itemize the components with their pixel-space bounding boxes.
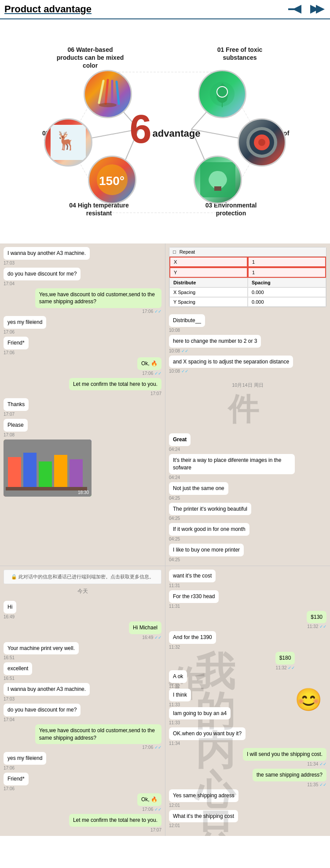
circle-high-temp: 150° (88, 156, 136, 204)
msg-shipping-cost: I will send you the shipping cost. 11:34… (243, 748, 326, 766)
arrow-right-icon (308, 3, 326, 16)
msg-r330: For the r330 head 11:31 (169, 590, 219, 609)
label-01: 01 Free of toxic substances (205, 46, 275, 62)
chat-row-2: 🔒 此对话中的信息和通话已进行端到端加密。点击获取更多信息。 今天 Hi 16:… (0, 566, 330, 836)
date-section: 10月14日 周日 件 (169, 379, 326, 428)
msg-not-same: Not just the same one 04:25 (169, 482, 228, 501)
page-title: Product advantage (4, 4, 92, 15)
msg-hi-michael: Hi Michael 16:49 ✓✓ (129, 621, 161, 640)
msg-buy-a4: Iam going to buy an a4 11:33 (169, 707, 295, 726)
svg-rect-31 (23, 453, 37, 488)
svg-rect-33 (54, 455, 67, 488)
msg-cost: want it's the cost 11:31 (169, 570, 216, 588)
circle-toxic-free (198, 70, 246, 118)
msg-9: Please 17:08 (4, 419, 28, 437)
msg-excellent: excellent 16:51 (4, 662, 32, 681)
svg-point-24 (258, 139, 265, 146)
svg-text:件: 件 (227, 392, 259, 426)
msg-yes-adress: Yes same shipping adress 12:01 (169, 789, 238, 808)
chat-messages-right-1: Distribute__ 10:08 here to change the nu… (165, 311, 330, 566)
center-advantage: 6 advantage (130, 109, 201, 149)
msg-discount-2: do you have discount for me? 17:04 (4, 704, 81, 722)
msg-5: Friend* 17:06 (4, 337, 29, 355)
msg-work-good: If it work good in for one month 04:25 (169, 523, 249, 541)
msg-yes-discount-2: Yes,we have discount to old customer,sen… (35, 724, 161, 750)
msg-1: I wanna buy another A3 machine. 17:03 (4, 247, 90, 265)
svg-rect-32 (39, 461, 52, 488)
security-notice: 🔒 此对话中的信息和通话已进行端到端加密。点击获取更多信息。 (4, 570, 161, 584)
advantage-diagram: 06 Water-based products can be mixed col… (29, 28, 301, 230)
svg-line-12 (106, 80, 108, 104)
msg-distribute: Distribute__ 10:08 (169, 314, 205, 333)
msg-confirm-2: Let me confirm the total here to you. 17… (69, 814, 161, 832)
msg-180: $180 11:32 ✓✓ (169, 652, 295, 670)
msg-8: Thanks 17:07 (4, 398, 29, 417)
svg-point-15 (99, 103, 117, 107)
msg-image: 18:30 (4, 439, 92, 497)
msg-1390: And for the 1390 11:32 (169, 631, 216, 650)
msg-fileiend-2: yes my fileiend 17:06 (4, 752, 46, 770)
chat-image: 18:30 (4, 439, 92, 497)
advantage-section: 06 Water-based products can be mixed col… (0, 19, 330, 243)
svg-rect-28 (214, 186, 221, 191)
chat-panel-right-2: want it's the cost 11:31 For the r330 he… (165, 566, 330, 836)
lock-icon: 🔒 (11, 574, 17, 579)
svg-rect-34 (70, 459, 83, 488)
chat-row-1: I wanna buy another A3 machine. 17:03 do… (0, 243, 330, 566)
circle-variety (238, 118, 286, 167)
msg-130: $130 11:32 ✓✓ (307, 611, 326, 629)
today-badge: 今天 (0, 588, 165, 595)
repeat-grid: X 1 Y 1 Distribute Spacing X Spacing 0.0… (169, 257, 326, 307)
header-icons (286, 3, 326, 16)
svg-marker-3 (316, 5, 325, 14)
msg-what-shipping: What it's the shipping cost 12:01 (169, 810, 238, 828)
msg-2: do you have discount for me? 17:04 (4, 268, 81, 286)
repeat-header: □ Repeat (169, 247, 326, 257)
svg-line-11 (99, 81, 103, 103)
msg-4: yes my fileiend 17:06 (4, 316, 46, 334)
msg-when-buy: OK.when do you want buy it? 11:34 (169, 727, 246, 746)
svg-rect-35 (6, 487, 87, 490)
circle-environmental (194, 156, 242, 204)
chat-messages-left-2: Hi 16:49 Hi Michael 16:49 ✓✓ Your machin… (0, 597, 165, 836)
msg-6: Ok, 🔥 17:06 ✓✓ (137, 357, 161, 376)
chat-panel-left-2: 🔒 此对话中的信息和通话已进行端到端加密。点击获取更多信息。 今天 Hi 16:… (0, 566, 165, 836)
msg-x-spacing: and X spacing is to adjust the separatio… (169, 356, 293, 374)
msg-ok-2: Ok, 🔥 17:06 ✓✓ (137, 793, 161, 812)
svg-rect-1 (288, 8, 297, 10)
circle-printing: 🦌 (44, 118, 92, 167)
msg-3: Yes,we have discount to old customer,sen… (35, 288, 161, 314)
chinese-char-overlay: 件 (226, 391, 270, 426)
msg-same-address: the same shipping address? 11:35 ✓✓ (253, 769, 326, 787)
chat-messages-left-1: I wanna buy another A3 machine. 17:03 do… (0, 243, 165, 500)
big-char-section: $180 11:32 ✓✓ A ok 11:32 我的内心只有一 作 I thi… (169, 652, 326, 725)
msg-hi: Hi 16:49 (4, 601, 16, 619)
svg-rect-30 (8, 457, 21, 488)
msg-buy-a3-2: I wanna buy another A3 machine. 17:03 (4, 683, 90, 701)
svg-line-14 (117, 82, 119, 104)
chat-messages-right-2: want it's the cost 11:31 For the r330 he… (165, 566, 330, 832)
msg-a-ok: A ok 11:32 (169, 670, 295, 689)
repeat-panel: □ Repeat X 1 Y 1 Distribute Spacing X Sp… (169, 247, 326, 307)
msg-print-well: Your machine print very well. 16:51 (4, 642, 79, 661)
svg-text:🦌: 🦌 (55, 130, 77, 151)
msg-think: I think 11:33 (169, 689, 295, 707)
msg-great: Great 04:24 (169, 433, 191, 452)
chat-panel-right-1: □ Repeat X 1 Y 1 Distribute Spacing X Sp… (165, 243, 330, 566)
arrow-left-icon (286, 3, 304, 16)
msg-friend-2: Friend* 17:06 (4, 773, 29, 791)
label-06: 06 Water-based products can be mixed col… (55, 46, 125, 70)
msg-printer-beautiful: The printer it's working beautiful 04:25 (169, 503, 251, 521)
msg-buy-more: I like to buy one more printer 04:25 (169, 544, 244, 562)
msg-change-number: here to change the number to 2 or 3 10:0… (169, 335, 261, 353)
page-header: Product advantage (0, 0, 330, 19)
msg-place-images: It's their a way to place diferente imag… (169, 454, 295, 480)
msg-7: Let me confirm the total here to you. 17… (69, 378, 161, 396)
smiley-sticker: 😊 (295, 687, 322, 712)
circle-mixed-color (84, 70, 132, 118)
chat-panel-left-1: I wanna buy another A3 machine. 17:03 do… (0, 243, 165, 566)
svg-text:150°: 150° (99, 174, 125, 188)
